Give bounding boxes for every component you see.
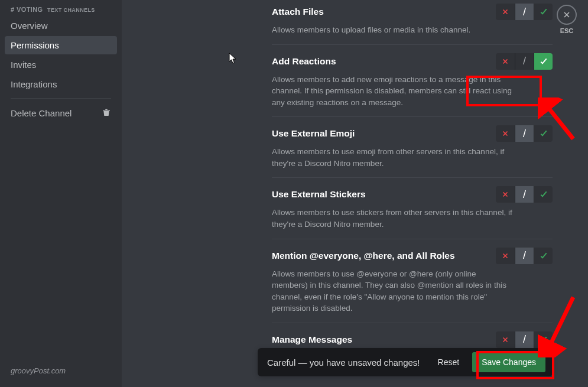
channel-hash-icon: #	[11, 6, 15, 13]
slash-icon: /	[523, 6, 526, 18]
annotation-arrow-icon	[538, 292, 579, 357]
sidebar-separator	[11, 98, 111, 99]
permission-tristate-toggle[interactable]: /	[496, 53, 553, 70]
permission-description: Allows members to use emoji from other s…	[272, 146, 514, 169]
permission-deny-button[interactable]	[496, 331, 515, 348]
sidebar-item-integrations[interactable]: Integrations	[5, 75, 117, 93]
permission-deny-button[interactable]	[496, 125, 515, 142]
permission-deny-button[interactable]	[496, 4, 515, 20]
channel-type: TEXT CHANNELS	[47, 7, 95, 13]
sidebar-item-permissions[interactable]: Permissions	[5, 36, 117, 54]
permission-neutral-button[interactable]: /	[515, 186, 534, 203]
permission-title: Add Reactions	[272, 56, 336, 67]
permission-description: Allows members to use @everyone or @here…	[272, 268, 514, 314]
permission-description: Allows members to use stickers from othe…	[272, 207, 514, 230]
permission-scroll-region[interactable]: Attach Files/Allows members to upload fi…	[122, 0, 588, 387]
permission-row: Use External Emoji/Allows members to use…	[272, 117, 553, 178]
reset-button[interactable]: Reset	[432, 355, 466, 369]
permission-row: Use External Stickers/Allows members to …	[272, 178, 553, 239]
sidebar-item-label: Overview	[11, 21, 48, 31]
permission-title: Use External Emoji	[272, 128, 355, 139]
sidebar-item-label: Invites	[11, 60, 36, 70]
watermark: groovyPost.com	[11, 366, 66, 375]
slash-icon: /	[523, 249, 526, 262]
svg-line-1	[545, 103, 573, 139]
permission-neutral-button[interactable]: /	[515, 53, 534, 70]
permission-title: Use External Stickers	[272, 189, 366, 200]
permission-row: Add Reactions/Allows members to add new …	[272, 45, 553, 118]
permission-description: Allows members to upload files or media …	[272, 24, 514, 36]
permission-neutral-button[interactable]: /	[515, 4, 534, 20]
main-panel: ESC Attach Files/Allows members to uploa…	[122, 0, 588, 387]
permission-allow-button[interactable]	[534, 248, 553, 264]
permission-title: Manage Messages	[272, 334, 352, 345]
permission-deny-button[interactable]	[496, 186, 515, 203]
permission-tristate-toggle[interactable]: /	[496, 186, 553, 203]
permission-row: Attach Files/Allows members to upload fi…	[272, 0, 553, 45]
slash-icon: /	[523, 55, 526, 67]
delete-channel-button[interactable]: Delete Channel	[5, 103, 117, 123]
svg-line-3	[548, 297, 573, 349]
mouse-cursor-icon	[229, 53, 238, 64]
permission-tristate-toggle[interactable]: /	[496, 4, 553, 20]
slash-icon: /	[523, 333, 526, 346]
annotation-arrow-icon	[538, 97, 579, 145]
close-icon	[557, 5, 577, 25]
permission-description: Allows members to add new emoji reaction…	[272, 74, 514, 109]
sidebar-item-label: Permissions	[11, 40, 59, 50]
close-settings-button[interactable]: ESC	[556, 5, 577, 34]
channel-name: VOTING	[17, 6, 43, 13]
permission-title: Attach Files	[272, 6, 324, 17]
permission-allow-button[interactable]	[534, 4, 553, 20]
sidebar-item-invites[interactable]: Invites	[5, 56, 117, 74]
permission-neutral-button[interactable]: /	[515, 248, 534, 264]
unsaved-changes-bar: Careful — you have unsaved changes! Rese…	[258, 348, 553, 376]
trash-icon	[102, 108, 111, 119]
permission-row: Mention @everyone, @here, and All Roles/…	[272, 239, 553, 323]
sidebar-heading: # VOTING TEXT CHANNELS	[5, 0, 117, 17]
permission-tristate-toggle[interactable]: /	[496, 248, 553, 264]
delete-channel-label: Delete Channel	[11, 108, 72, 118]
sidebar-item-overview[interactable]: Overview	[5, 17, 117, 35]
unsaved-message: Careful — you have unsaved changes!	[267, 357, 425, 368]
slash-icon: /	[523, 188, 526, 201]
save-changes-button[interactable]: Save Changes	[472, 352, 545, 372]
permission-deny-button[interactable]	[496, 248, 515, 264]
permission-title: Mention @everyone, @here, and All Roles	[272, 251, 455, 261]
permission-neutral-button[interactable]: /	[515, 331, 534, 348]
sidebar-item-label: Integrations	[11, 79, 57, 89]
settings-sidebar: # VOTING TEXT CHANNELS OverviewPermissio…	[0, 0, 122, 387]
slash-icon: /	[523, 128, 526, 140]
permission-deny-button[interactable]	[496, 53, 515, 70]
permission-allow-button[interactable]	[534, 186, 553, 203]
esc-label: ESC	[556, 27, 577, 34]
permission-neutral-button[interactable]: /	[515, 125, 534, 142]
permission-allow-button[interactable]	[534, 53, 553, 70]
